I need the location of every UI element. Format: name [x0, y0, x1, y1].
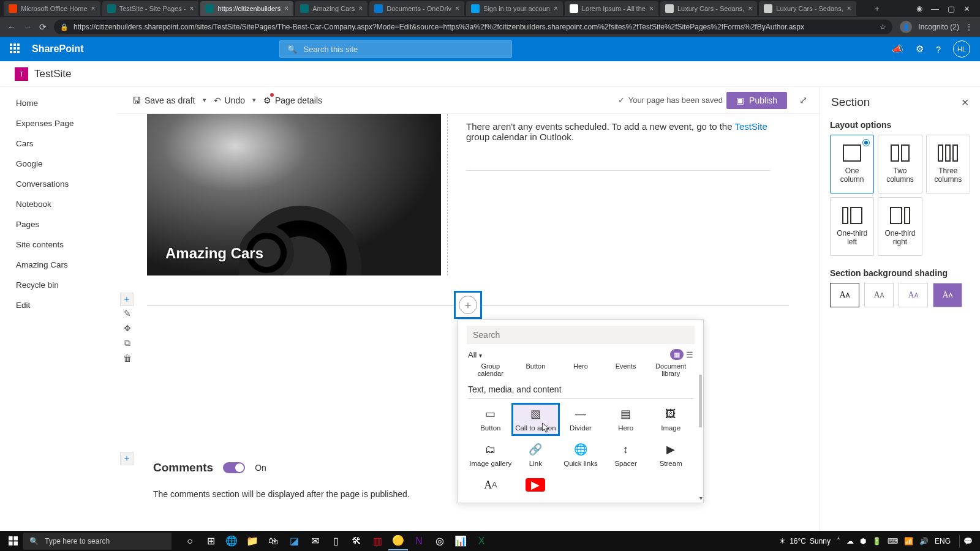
obs-icon[interactable]: ◎	[430, 532, 450, 550]
excel-icon[interactable]: X	[472, 532, 491, 550]
webpart-call-to-action[interactable]: ▧Call to action	[513, 405, 559, 434]
chevron-up-icon[interactable]: ˄	[837, 537, 840, 545]
maximize-icon[interactable]: ▢	[948, 4, 955, 13]
nav-item[interactable]: Expenses Page	[0, 113, 116, 133]
app-icon[interactable]: 🛠	[347, 532, 366, 550]
webpart-link[interactable]: 🔗Link	[513, 440, 559, 470]
browser-tab[interactable]: Sign in to your accoun×	[466, 1, 563, 16]
browser-tab[interactable]: Microsoft Office Home×	[4, 1, 100, 16]
nav-item[interactable]: Edit	[0, 295, 116, 315]
webpart-divider[interactable]: —Divider	[558, 405, 603, 434]
weather-widget[interactable]: ☀16°CSunny	[779, 537, 831, 545]
store-icon[interactable]: 🛍	[263, 532, 283, 550]
wifi-icon[interactable]: 📶	[904, 537, 913, 545]
webpart-image-gallery[interactable]: 🗂Image gallery	[468, 440, 513, 470]
close-icon[interactable]: ×	[91, 4, 96, 13]
url-field[interactable]: 🔒 https://citizenbuilders.sharepoint.com…	[54, 20, 892, 34]
layout-one-third-left[interactable]: One-third left	[830, 197, 874, 256]
nav-item[interactable]: Conversations	[0, 174, 116, 194]
minimize-icon[interactable]: —	[931, 4, 939, 13]
edit-section-icon[interactable]: ✎	[124, 309, 131, 318]
browser-tab[interactable]: https://citizenbuilders×	[200, 1, 293, 16]
picker-scrollbar[interactable]: ▾	[698, 362, 702, 501]
picker-search[interactable]	[467, 326, 695, 344]
user-avatar[interactable]: HL	[953, 40, 970, 58]
site-search[interactable]: 🔍	[279, 40, 512, 58]
nav-item[interactable]: Amazing Cars	[0, 255, 116, 275]
tray-icon[interactable]: ⬢	[860, 537, 866, 545]
undo-button[interactable]: ↶Undo	[210, 93, 249, 108]
edge-icon[interactable]: 🌐	[222, 532, 241, 550]
share-icon[interactable]: 📣	[892, 43, 903, 54]
nav-item[interactable]: Home	[0, 93, 116, 113]
nav-item[interactable]: Cars	[0, 133, 116, 154]
site-logo[interactable]: T	[15, 67, 28, 81]
app-icon[interactable]: ▯	[326, 532, 345, 550]
app-icon[interactable]: ◪	[284, 532, 304, 550]
add-section-button[interactable]: ＋	[120, 452, 134, 465]
copy-section-icon[interactable]: ⧉	[124, 338, 130, 348]
save-draft-button[interactable]: 🖫Save as draft	[129, 93, 199, 108]
star-icon[interactable]: ☆	[880, 23, 886, 31]
layout-three-columns[interactable]: Three columns	[926, 135, 970, 193]
nav-item[interactable]: Pages	[0, 214, 116, 234]
shade-soft[interactable]: AA	[899, 283, 928, 307]
layout-one-third-right[interactable]: One-third right	[878, 197, 922, 256]
webpart-image[interactable]: 🖼Image	[648, 405, 693, 434]
settings-icon[interactable]: ⚙	[916, 43, 924, 54]
webpart-text[interactable]: AA	[468, 476, 513, 498]
webpart-youtube[interactable]: ▶	[513, 476, 559, 498]
events-webpart[interactable]: There aren't any events scheduled. To ad…	[447, 114, 795, 276]
picker-search-input[interactable]	[473, 330, 688, 340]
close-icon[interactable]: ×	[455, 4, 459, 13]
webpart-stream[interactable]: ▶Stream	[648, 440, 693, 470]
app-icon[interactable]: ▥	[368, 532, 387, 550]
comments-switch[interactable]	[223, 462, 245, 473]
close-icon[interactable]: ×	[284, 4, 288, 13]
app-launcher-icon[interactable]	[10, 43, 21, 54]
account-icon[interactable]: ◉	[916, 4, 922, 13]
events-site-link[interactable]: TestSite	[734, 121, 767, 132]
start-button[interactable]	[4, 532, 22, 550]
picker-filter[interactable]: All ▾	[468, 350, 482, 359]
move-section-icon[interactable]: ✥	[124, 323, 131, 333]
mail-icon[interactable]: ✉	[305, 532, 325, 550]
shade-neutral[interactable]: AA	[864, 283, 894, 307]
window-close-icon[interactable]: ✕	[963, 4, 970, 13]
taskbar-search[interactable]: 🔍Type here to search	[23, 533, 172, 550]
tray-icon[interactable]: ⌨	[888, 537, 898, 545]
browser-tab[interactable]: Amazing Cars×	[295, 1, 368, 16]
webpart-hero[interactable]: ▤Hero	[603, 405, 649, 434]
layout-one-column[interactable]: One column	[830, 135, 874, 193]
onenote-icon[interactable]: N	[409, 532, 429, 550]
layout-two-columns[interactable]: Two columns	[878, 135, 922, 193]
battery-icon[interactable]: 🔋	[872, 537, 881, 545]
browser-tab[interactable]: Luxury Cars - Sedans,×	[759, 1, 856, 16]
close-icon[interactable]: ✕	[961, 97, 969, 108]
browser-tab[interactable]: Documents - OneDriv×	[369, 1, 464, 16]
close-icon[interactable]: ×	[847, 4, 851, 13]
shade-strong[interactable]: AA	[933, 283, 962, 307]
volume-icon[interactable]: 🔊	[919, 537, 929, 545]
site-name[interactable]: TestSite	[34, 68, 71, 80]
chrome-icon[interactable]: 🟡	[388, 532, 408, 550]
close-icon[interactable]: ×	[554, 4, 558, 13]
browser-tab[interactable]: Luxury Cars - Sedans,×	[660, 1, 757, 16]
nav-item[interactable]: Site contents	[0, 234, 116, 255]
search-input[interactable]	[303, 45, 504, 54]
back-icon[interactable]: ←	[7, 22, 16, 32]
delete-section-icon[interactable]: 🗑	[123, 353, 132, 363]
nav-item[interactable]: Notebook	[0, 194, 116, 214]
shade-none[interactable]: AA	[830, 283, 859, 307]
expand-icon[interactable]: ⤢	[799, 94, 807, 106]
language-indicator[interactable]: ENG	[935, 537, 951, 545]
close-icon[interactable]: ×	[189, 4, 194, 13]
help-icon[interactable]: ?	[936, 44, 941, 54]
notifications-icon[interactable]: 💬	[959, 534, 976, 548]
webpart-quick-links[interactable]: 🌐Quick links	[558, 440, 603, 470]
close-icon[interactable]: ×	[748, 4, 752, 13]
browser-tab[interactable]: Lorem Ipsum - All the×	[565, 1, 658, 16]
close-icon[interactable]: ×	[649, 4, 654, 13]
publish-button[interactable]: ▣Publish	[726, 92, 787, 109]
chevron-down-icon[interactable]: ▾	[252, 96, 256, 104]
